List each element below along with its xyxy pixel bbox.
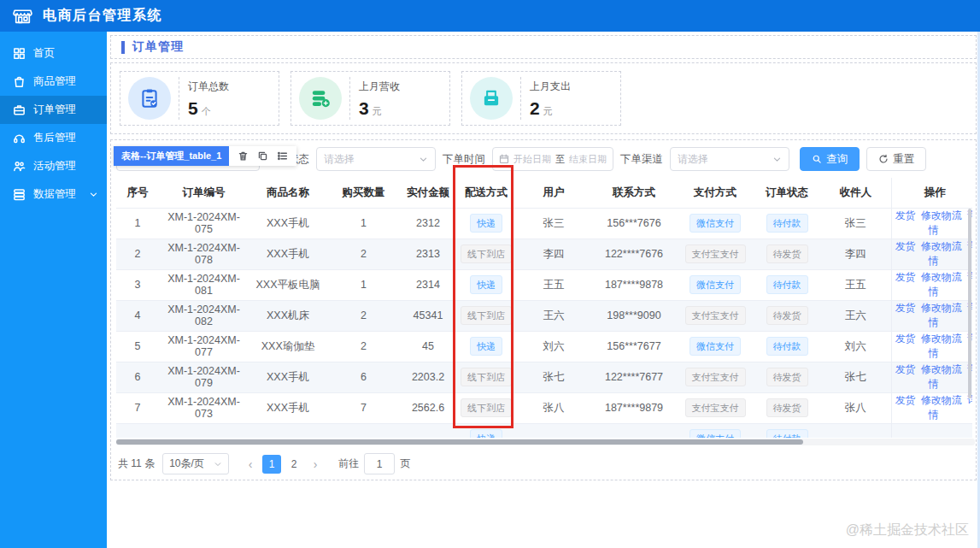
pagination: 共 11 条 10条/页 ‹ 12 › 前往 页 [116, 453, 972, 474]
order-table: 序号订单编号商品名称购买数量实付金额配送方式用户联系方式支付方式订单状态收件人操… [116, 178, 972, 438]
vertical-scrollbar[interactable] [968, 209, 971, 398]
cell-payment: 微信支付 [677, 269, 754, 300]
cell-recipient: 张三 [820, 208, 891, 239]
column-header: 商品名称 [249, 178, 327, 208]
cell-qty: 6 [327, 362, 400, 392]
delivery-tag: 线下到店 [461, 306, 512, 326]
action-link-edit-logistics[interactable]: 修改物流 [921, 240, 962, 252]
goto-page-input[interactable] [364, 453, 395, 474]
stat-card-order-total: 订单总数5个 [120, 71, 279, 126]
table-row: 5XM-1-2024XM-077XXX瑜伽垫245快递刘六156***7677微… [116, 331, 972, 362]
action-link-edit-logistics[interactable]: 修改物流 [921, 363, 962, 375]
action-link-ship[interactable]: 发货 [895, 209, 916, 221]
goto-unit: 页 [400, 457, 410, 471]
cell-recipient: 刘六 [820, 331, 891, 362]
page-number-2[interactable]: 2 [285, 455, 303, 474]
sidebar-item-activities[interactable]: 活动管理 [0, 152, 107, 180]
sidebar-item-products[interactable]: 商品管理 [0, 68, 107, 96]
action-link-ship[interactable]: 发货 [895, 271, 916, 283]
pagination-total: 共 11 条 [118, 457, 155, 471]
cell-actions: 发货修改物流详情 [891, 208, 972, 239]
cell-product: XXX机床 [249, 300, 327, 331]
column-header: 订单编号 [159, 178, 249, 208]
cell-qty: 2 [327, 331, 400, 362]
cell-recipient: 李四 [820, 239, 891, 269]
action-link-edit-logistics[interactable]: 修改物流 [921, 209, 962, 221]
delivery-tag: 快递 [470, 214, 502, 233]
cell-status: 待付款 [754, 331, 820, 362]
delivery-tag: 线下到店 [461, 398, 512, 418]
title-accent-bar [121, 41, 125, 54]
cell-product: XXX手机 [249, 208, 327, 239]
cell-qty: 1 [327, 208, 400, 239]
action-link-ship[interactable]: 发货 [895, 394, 916, 406]
action-link-ship[interactable]: 发货 [895, 363, 916, 375]
sidebar-item-label: 数据管理 [33, 187, 76, 202]
cell-contact: 187****9879 [591, 392, 677, 423]
cell-no: 4 [116, 300, 159, 331]
people-icon [13, 160, 26, 173]
cell-user: 张八 [516, 392, 591, 423]
status-tag: 待发货 [766, 245, 808, 264]
cell-amount: 45 [400, 331, 456, 362]
action-link-edit-logistics[interactable]: 修改物流 [921, 333, 962, 345]
stat-value: 5个 [188, 99, 271, 117]
search-button[interactable]: 查询 [800, 147, 860, 171]
prev-page-button[interactable]: ‹ [242, 455, 259, 474]
cell-delivery: 快递 [456, 331, 516, 362]
cell-actions: 发货修改物流详情 [891, 269, 972, 300]
sidebar-item-label: 商品管理 [33, 74, 76, 89]
revenue-icon [299, 77, 342, 120]
cell-status: 待付款 [754, 269, 820, 300]
chevron-down-icon [214, 460, 222, 468]
sidebar-item-data[interactable]: 数据管理 [0, 180, 107, 209]
delivery-tag: 线下到店 [461, 245, 512, 264]
action-link-ship[interactable]: 发货 [895, 240, 916, 252]
cell-status: 待发货 [754, 392, 820, 423]
cell-payment: 支付宝支付 [677, 300, 754, 331]
sidebar-item-aftersales[interactable]: 售后管理 [0, 124, 107, 152]
cell-product: XXX平板电脑 [249, 269, 327, 300]
sidebar-item-orders[interactable]: 订单管理 [0, 96, 107, 124]
action-link-ship[interactable]: 发货 [895, 333, 916, 345]
cell-payment: 支付宝支付 [677, 392, 754, 423]
horizontal-scrollbar[interactable] [116, 439, 975, 445]
reset-button[interactable]: 重置 [866, 147, 926, 171]
trash-icon[interactable] [238, 150, 249, 162]
cell-recipient: 王五 [820, 269, 891, 300]
order-channel-select[interactable]: 请选择 [670, 147, 789, 171]
next-page-button[interactable]: › [307, 455, 324, 474]
stat-unit: 元 [373, 106, 382, 116]
order-status-select[interactable]: 请选择 [316, 147, 436, 171]
status-tag: 待发货 [766, 398, 808, 418]
page-number-1[interactable]: 1 [262, 455, 281, 474]
cell-status: 待付款 [754, 208, 820, 239]
action-link-edit-logistics[interactable]: 修改物流 [921, 271, 962, 283]
page-size-select[interactable]: 10条/页 [162, 453, 229, 474]
table-row-partial: 快递微信支付待付款 [116, 423, 972, 438]
app-header: 电商后台管理系统 [0, 0, 980, 32]
sidebar: 首页商品管理订单管理售后管理活动管理数据管理 [0, 32, 107, 548]
sidebar-item-home[interactable]: 首页 [0, 39, 107, 68]
grid-icon [13, 47, 26, 60]
order-time-range-picker[interactable]: 开始日期 至 结束日期 [492, 147, 613, 171]
action-link-edit-logistics[interactable]: 修改物流 [921, 394, 962, 406]
action-link-edit-logistics[interactable]: 修改物流 [921, 302, 962, 314]
table-row: 7XM-1-2024XM-073XXX手机72562.6线下到店张八187***… [116, 392, 972, 423]
list-icon[interactable] [277, 150, 288, 162]
cell-no: 6 [116, 362, 159, 392]
column-header: 配送方式 [456, 178, 516, 208]
status-tag: 待发货 [766, 306, 808, 326]
cell-user: 张三 [516, 208, 591, 239]
database-icon [13, 188, 26, 201]
refresh-icon [878, 154, 889, 164]
payment-tag: 微信支付 [690, 337, 741, 356]
cell-recipient: 王六 [820, 300, 891, 331]
table-row: 2XM-1-2024XM-078XXX手机22313线下到店李四122****7… [116, 239, 972, 269]
horizontal-scrollbar-thumb[interactable] [116, 439, 803, 445]
cell-actions: 发货修改物流详情 [891, 331, 972, 362]
copy-icon[interactable] [257, 150, 268, 162]
action-link-ship[interactable]: 发货 [895, 302, 916, 314]
cell-no: 1 [116, 208, 159, 239]
page-numbers: 12 [262, 455, 303, 474]
